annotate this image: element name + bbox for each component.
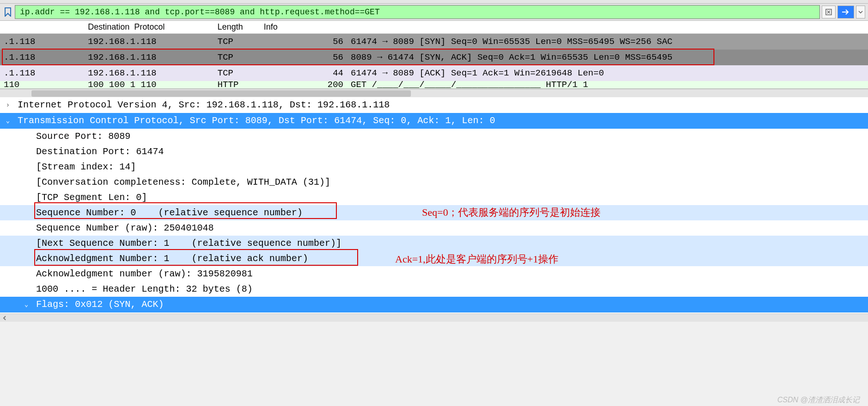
packet-row-selected[interactable]: .1.118 192.168.1.118 TCP 56 8089 → 61474… <box>0 50 868 65</box>
packet-row-partial[interactable]: 110 100 100 1 110 HTTP 200 GET /____/___… <box>0 81 868 88</box>
annotation-ack-text: Ack=1,此处是客户端的序列号+1操作 <box>395 251 558 267</box>
apply-filter-button[interactable] <box>837 6 854 19</box>
clear-filter-button[interactable] <box>822 6 836 19</box>
chevron-down-icon[interactable]: ⌄ <box>4 113 12 129</box>
annotation-seq-text: Seq=0；代表服务端的序列号是初始连接 <box>422 205 601 220</box>
tree-ipv4[interactable]: › Internet Protocol Version 4, Src: 192.… <box>0 97 868 113</box>
tree-tcp-header[interactable]: ⌄ Transmission Control Protocol, Src Por… <box>0 113 868 129</box>
col-length[interactable]: Length <box>213 22 259 32</box>
chevron-down-icon[interactable]: ⌄ <box>22 297 31 312</box>
tree-ack-raw[interactable]: Acknowledgment number (raw): 3195820981 <box>0 266 868 281</box>
tree-header-len[interactable]: 1000 .... = Header Length: 32 bytes (8) <box>0 281 868 297</box>
tree-next-seq[interactable]: [Next Sequence Number: 1 (relative seque… <box>0 236 868 251</box>
filter-bar <box>0 4 868 21</box>
scrollbar-thumb[interactable] <box>31 90 411 97</box>
bookmark-icon[interactable] <box>3 7 13 17</box>
tree-stream-index[interactable]: [Stream index: 14] <box>0 159 868 175</box>
tree-flags[interactable]: ⌄ Flags: 0x012 (SYN, ACK) <box>0 297 868 312</box>
packet-list-header[interactable]: Destination Protocol Length Info <box>0 21 868 34</box>
col-info[interactable]: Info <box>259 22 868 32</box>
packet-row[interactable]: .1.118 192.168.1.118 TCP 56 61474 → 8089… <box>0 34 868 50</box>
detail-hscroll[interactable] <box>0 313 868 322</box>
packet-list-hscroll[interactable] <box>0 89 868 97</box>
display-filter-input[interactable] <box>15 5 820 19</box>
tree-seg-len[interactable]: [TCP Segment Len: 0] <box>0 190 868 205</box>
packet-row[interactable]: .1.118 192.168.1.118 TCP 44 61474 → 8089… <box>0 65 868 81</box>
tree-conv-completeness[interactable]: [Conversation completeness: Complete, WI… <box>0 175 868 190</box>
packet-details-pane: › Internet Protocol Version 4, Src: 192.… <box>0 97 868 313</box>
col-protocol[interactable]: Protocol <box>130 22 213 32</box>
tree-src-port[interactable]: Source Port: 8089 <box>0 129 868 144</box>
scroll-left-icon[interactable] <box>1 315 8 321</box>
toolbar-edge <box>0 0 868 4</box>
tree-dst-port[interactable]: Destination Port: 61474 <box>0 144 868 159</box>
packet-list-pane: Destination Protocol Length Info .1.118 … <box>0 21 868 89</box>
chevron-right-icon[interactable]: › <box>4 98 12 113</box>
tree-seq-raw[interactable]: Sequence Number (raw): 250401048 <box>0 220 868 236</box>
col-destination[interactable]: Destination <box>0 22 130 32</box>
filter-dropdown-button[interactable] <box>856 6 865 19</box>
